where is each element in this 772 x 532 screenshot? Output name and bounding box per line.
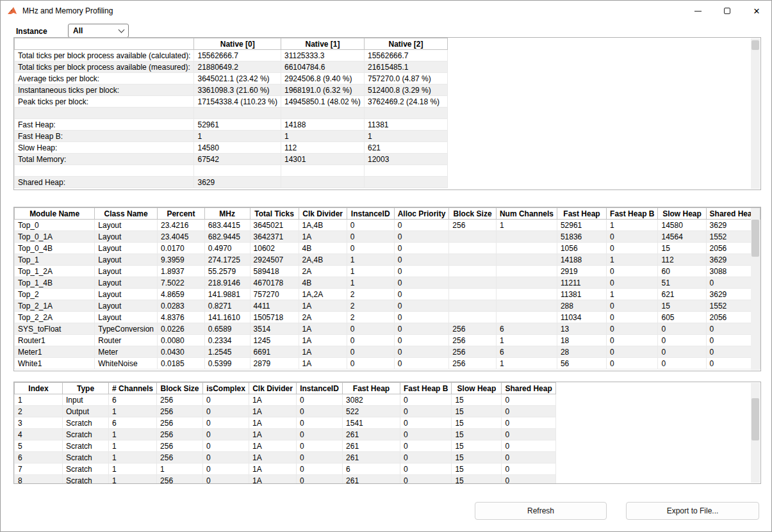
table-cell: 0.2334 [204,335,250,346]
table-cell: Top_0_4B [15,243,95,254]
table-cell: 2919 [557,266,606,277]
table-cell: Total ticks per block process available … [15,50,194,61]
refresh-button[interactable]: Refresh [475,502,607,520]
table-row[interactable]: Total ticks per block process available … [15,61,448,73]
table-row[interactable]: Top_2_1ALayout0.02830.827144111A20288015… [15,300,760,312]
module-vertical-scrollbar[interactable] [751,208,760,370]
table-cell: 0 [203,452,249,463]
table-cell: 14580 [194,142,281,154]
table-row[interactable]: 8Scratch125601A02610150 [15,475,556,485]
table-cell: 1 [109,452,157,463]
table-row[interactable]: 1Input625601A030820150 [15,394,556,406]
column-header: Clk Divider [249,383,297,394]
table-cell: 15 [452,452,502,463]
table-cell: 15562666.7 [194,50,281,61]
table-row[interactable]: 4Scratch125601A02610150 [15,429,556,440]
table-cell: 0 [502,406,555,417]
table-cell [449,266,497,277]
table-row[interactable]: Fast Heap:529611418811381 [15,119,448,131]
table-cell [15,108,194,119]
table-cell: 17154338.4 (110.23 %) [194,96,281,108]
table-row[interactable]: Total ticks per block process available … [15,50,448,61]
table-row[interactable]: Total Memory:675421430112003 [15,154,448,165]
buffer-vertical-scrollbar[interactable] [751,383,760,483]
table-cell: 0 [502,440,555,452]
table-cell: Top_1_4B [15,277,95,289]
table-cell: 6 [343,463,400,475]
table-cell: Output [63,406,109,417]
table-cell [496,277,557,289]
maximize-button[interactable] [712,1,742,21]
minimize-button[interactable] [683,1,712,21]
table-cell: 0.0430 [158,346,205,358]
table-row[interactable] [15,165,448,177]
table-row[interactable]: Top_2_2ALayout4.8376141.161015057182A201… [15,312,760,323]
table-cell: SYS_toFloat [15,323,95,335]
table-row[interactable]: Top_0_4BLayout0.01700.4970106024B0010560… [15,243,760,254]
table-cell: 1A [249,463,297,475]
table-row[interactable]: 7Scratch1101A060150 [15,463,556,475]
table-row[interactable]: 2Output125601A05220150 [15,406,556,417]
column-header: Total Ticks [250,208,299,220]
table-row[interactable]: Router1Router0.00800.233412451A002561180… [15,335,760,346]
table-cell: 256 [157,406,203,417]
table-row[interactable]: 6Scratch125601A02610150 [15,452,556,463]
table-cell: 7 [15,463,63,475]
table-cell [281,108,365,119]
table-row[interactable]: Top_1Layout9.3959274.172529245072A,4B101… [15,254,760,266]
table-row[interactable]: Top_1_4BLayout7.5022218.914646701784B101… [15,277,760,289]
table-row[interactable]: Average ticks per block:3645021.1 (23.42… [15,73,448,85]
table-row[interactable]: Top_1_2ALayout1.893755.25795894182A10291… [15,266,760,277]
summary-vertical-scrollbar[interactable] [751,38,760,189]
scrollbar-thumb[interactable] [751,40,759,50]
table-row[interactable]: Top_2Layout4.8659141.98817572701A,2A2011… [15,289,760,300]
table-cell: 2 [347,289,394,300]
table-cell: 0 [347,231,394,243]
table-row[interactable]: Fast Heap B:111 [15,131,448,142]
table-cell: 3645021.1 (23.42 %) [194,73,281,85]
table-row[interactable]: Peak ticks per block:17154338.4 (110.23 … [15,96,448,108]
table-cell [194,108,281,119]
scrollbar-thumb[interactable] [751,398,759,440]
table-row[interactable]: Shared Heap:3629 [15,177,448,188]
export-to-file-button[interactable]: Export to File... [626,502,759,520]
table-cell: 1A [299,358,347,369]
table-row[interactable]: Slow Heap:14580112621 [15,142,448,154]
table-cell: 1505718 [250,312,299,323]
instance-dropdown[interactable]: All [68,24,129,38]
table-cell: 0 [347,335,394,346]
table-cell: 0 [658,346,706,358]
column-header: Clk Divider [299,208,347,220]
table-cell: 66104784.6 [281,61,365,73]
table-cell: 0 [394,231,449,243]
table-cell: 1 [109,440,157,452]
table-cell: 256 [157,440,203,452]
table-row[interactable]: 3Scratch625601A015410150 [15,417,556,429]
table-cell: 0 [297,406,343,417]
table-cell: TypeConversion [95,323,158,335]
table-cell: 15 [452,463,502,475]
window-controls: ✕ [683,1,771,21]
table-cell: 2A,4B [299,254,347,266]
table-cell: 0.0080 [158,335,205,346]
table-cell: Scratch [63,452,109,463]
table-row[interactable]: 5Scratch125601A02610150 [15,440,556,452]
table-row[interactable]: White1WhiteNoise0.01850.539928791A002561… [15,358,760,369]
table-cell: 0 [502,475,555,485]
table-row[interactable]: Instantaneous ticks per block:3361098.3 … [15,85,448,96]
table-cell: 23.4045 [158,231,205,243]
table-cell: 589418 [250,266,299,277]
table-row[interactable]: SYS_toFloatTypeConversion0.02260.6589351… [15,323,760,335]
table-row[interactable]: Meter1Meter0.04301.254566911A00256628000 [15,346,760,358]
table-row[interactable] [15,108,448,119]
table-cell [281,177,365,188]
table-cell: 256 [449,335,497,346]
table-cell: 3762469.2 (24.18 %) [365,96,448,108]
scrollbar-thumb[interactable] [751,220,759,257]
close-button[interactable]: ✕ [742,1,771,21]
table-row[interactable]: Top_0Layout23.4216683.441536450211A,4B00… [15,220,760,231]
table-cell: 288 [557,300,606,312]
table-row[interactable]: Top_0_1ALayout23.4045682.944536423711A00… [15,231,760,243]
table-cell: Top_2 [15,289,95,300]
table-cell: 0 [394,289,449,300]
